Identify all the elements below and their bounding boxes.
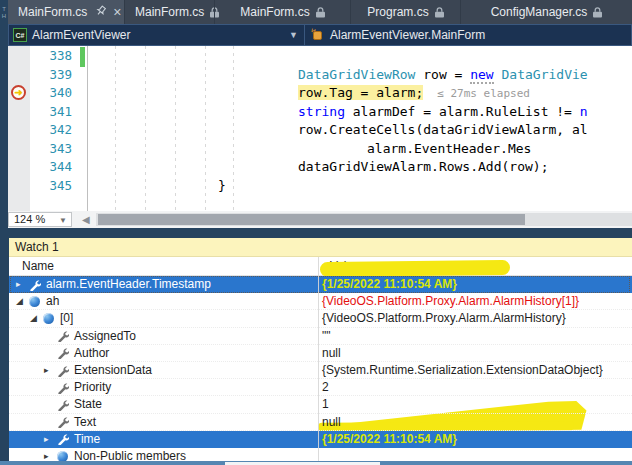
watch-value[interactable]: {1/25/2022 11:10:54 AM} [322, 431, 457, 448]
watch-row--0-[interactable]: ◢[0]{VideoOS.Platform.Proxy.Alarm.AlarmH… [9, 310, 632, 327]
property-wrench-icon [57, 347, 69, 359]
current-statement-breakpoint-icon[interactable]: ➜ [11, 85, 26, 100]
line-number: 343 [30, 140, 78, 159]
tab-label: MainForm.cs [240, 5, 309, 19]
editor-bottom-bar: 124 % ▼ ◀ [8, 211, 632, 228]
tab-configmanager-cs-4[interactable]: ConfigManager.cs [460, 0, 632, 24]
code-line-345[interactable]: } [86, 177, 632, 196]
property-wrench-icon [57, 382, 69, 394]
scroll-left-arrow-icon[interactable]: ◀ [82, 213, 90, 226]
watch-row-state[interactable]: State1 [9, 396, 632, 413]
expand-arrow-icon[interactable]: ▸ [44, 431, 49, 448]
watch-value[interactable]: {1/25/2022 11:10:54 AM} [322, 276, 457, 293]
code-segment: alarm.EventHeader.Mes [367, 141, 531, 156]
perf-tip: ≤ 27ms elapsed [437, 87, 530, 100]
code-line-343[interactable]: alarm.EventHeader.Mes [86, 140, 632, 159]
code-segment: new [470, 67, 493, 84]
watch-row-ah[interactable]: ◢ah{VideoOS.Platform.Proxy.Alarm.AlarmHi… [9, 293, 632, 310]
property-wrench-icon [57, 416, 69, 428]
panel-splitter[interactable] [0, 228, 632, 238]
watch-name: Time [74, 431, 100, 448]
watch-value[interactable]: {System.Runtime.Serialization.ExtensionD… [322, 362, 603, 379]
visual-studio-window: TH MainForm.cs×MainForm.csMainForm.csPro… [0, 0, 632, 465]
collapse-arrow-icon[interactable]: ◢ [16, 293, 23, 310]
type-dropdown[interactable]: ↯ AlarmEventViewer.MainForm [305, 24, 632, 46]
code-segment: DataGridViewRow [298, 67, 415, 82]
watch-row-text[interactable]: Textnull [9, 414, 632, 431]
breakpoint-gutter[interactable] [8, 46, 30, 211]
change-tracking-bar [80, 47, 85, 67]
watch-panel: Watch 1 Name Value ▸alarm.EventHeader.Ti… [9, 238, 632, 465]
tab-mainform-cs-2[interactable]: MainForm.cs [214, 0, 350, 24]
csharp-project-icon: C# [13, 28, 27, 42]
tab-mainform-cs-1[interactable]: MainForm.cs [124, 0, 214, 24]
watch-value[interactable]: "" [322, 328, 331, 345]
watch-name: ah [46, 293, 59, 310]
watch-row-author[interactable]: Authornull [9, 345, 632, 362]
property-wrench-icon [57, 399, 69, 411]
watch-row-alarm-eventheader-timestamp[interactable]: ▸alarm.EventHeader.Timestamp{1/25/2022 1… [9, 276, 632, 293]
toolwindow-strip-text: TH [0, 6, 8, 20]
code-editor[interactable]: 338339DataGridViewRow row = new DataGrid… [8, 46, 632, 211]
watch-name: Text [74, 414, 96, 431]
close-icon[interactable]: × [113, 5, 121, 19]
tab-program-cs-3[interactable]: Program.cs [350, 0, 460, 24]
watch-value[interactable]: {VideoOS.Platform.Proxy.Alarm.AlarmHisto… [322, 310, 566, 327]
expand-arrow-icon[interactable]: ▸ [44, 362, 49, 379]
zoom-level-dropdown[interactable]: 124 % ▼ [8, 212, 72, 227]
watch-name: Priority [74, 379, 111, 396]
tab-mainform-cs-0[interactable]: MainForm.cs× [8, 0, 124, 24]
line-number: 344 [30, 158, 78, 177]
column-header-name[interactable]: Name [22, 257, 54, 276]
watch-row-time[interactable]: ▸Time{1/25/2022 11:10:54 AM} [9, 431, 632, 448]
watch-scrollbar-thumb[interactable] [225, 462, 380, 465]
code-segment: row.Tag = alarm; [298, 85, 423, 100]
code-segment: DataGridVie [502, 67, 588, 82]
watch-row-extensiondata[interactable]: ▸ExtensionData{System.Runtime.Serializat… [9, 362, 632, 379]
line-number: 345 [30, 177, 78, 196]
code-segment [494, 67, 502, 82]
watch-name: alarm.EventHeader.Timestamp [46, 276, 211, 293]
collapse-arrow-icon[interactable]: ◢ [30, 310, 37, 327]
code-line-340[interactable]: row.Tag = alarm;≤ 27ms elapsed [86, 84, 632, 103]
horizontal-scrollbar[interactable] [96, 213, 632, 226]
highlighter-stroke [320, 260, 510, 277]
line-number: 339 [30, 66, 78, 85]
code-segment: row = [415, 67, 470, 82]
watch-row-priority[interactable]: Priority2 [9, 379, 632, 396]
object-icon [29, 296, 40, 307]
chevron-down-icon: ▼ [59, 214, 67, 227]
watch-value[interactable]: 1 [322, 396, 329, 413]
watch-value[interactable]: null [322, 345, 341, 362]
property-wrench-icon [29, 279, 41, 291]
watch-name: State [74, 396, 102, 413]
code-line-342[interactable]: row.CreateCells(dataGridViewAlarm, al [86, 121, 632, 140]
watch-panel-title[interactable]: Watch 1 [9, 238, 632, 257]
line-number: 338 [30, 47, 78, 66]
watch-name: AssignedTo [74, 328, 136, 345]
property-wrench-icon [57, 330, 69, 342]
horizontal-scrollbar-thumb[interactable] [98, 214, 525, 225]
chevron-down-icon[interactable]: ▼ [289, 30, 298, 40]
pin-icon[interactable] [92, 3, 109, 20]
code-line-338[interactable] [86, 47, 632, 66]
tab-label: Program.cs [367, 5, 428, 19]
watch-value[interactable]: null [322, 414, 341, 431]
tab-label: MainForm.cs [18, 5, 87, 19]
object-icon [43, 313, 54, 324]
watch-horizontal-scrollbar[interactable] [0, 461, 632, 465]
line-number: 341 [30, 103, 78, 122]
project-dropdown-value: AlarmEventViewer [32, 28, 130, 42]
watch-value[interactable]: 2 [322, 379, 329, 396]
code-line-339[interactable]: DataGridViewRow row = new DataGridVie [86, 66, 632, 85]
expand-arrow-icon[interactable]: ▸ [16, 276, 21, 293]
lock-icon [316, 7, 325, 18]
code-segment: dataGridViewAlarm.Rows.Add(row); [298, 159, 548, 174]
code-segment: row.CreateCells(dataGridViewAlarm, al [298, 122, 588, 137]
project-dropdown[interactable]: C# AlarmEventViewer ▼ [8, 24, 305, 46]
column-resize-divider[interactable] [318, 257, 319, 465]
code-line-344[interactable]: dataGridViewAlarm.Rows.Add(row); [86, 158, 632, 177]
code-line-341[interactable]: string alarmDef = alarm.RuleList != n [86, 103, 632, 122]
watch-value[interactable]: {VideoOS.Platform.Proxy.Alarm.AlarmHisto… [322, 293, 579, 310]
watch-row-assignedto[interactable]: AssignedTo"" [9, 328, 632, 345]
